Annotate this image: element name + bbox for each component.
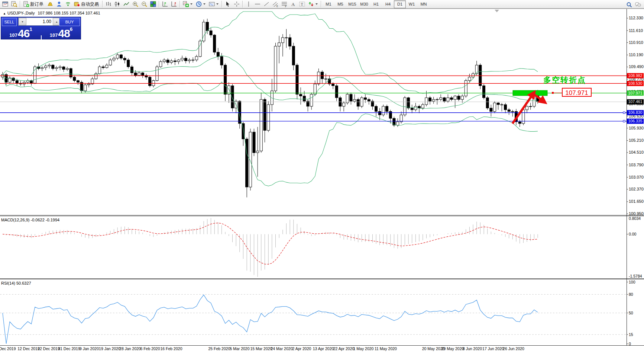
volume-input[interactable] [26,18,53,25]
sell-price-button[interactable]: 107 46 1 [1,26,41,39]
svg-text:106.830: 106.830 [628,110,643,115]
svg-text:110.190: 110.190 [629,52,643,57]
svg-text:103.070: 103.070 [629,175,644,179]
date-label: 31 Dec 2019 [58,346,80,351]
candlestick-chart-button[interactable] [113,0,122,9]
text-label-button[interactable]: T [298,0,307,9]
timeframe-M5[interactable]: M5 [334,0,346,8]
crosshair-button[interactable] [232,0,241,9]
svg-text:E: E [276,5,278,7]
community-icon [56,1,62,7]
date-label: 5 Mar 2020 [230,346,249,351]
new-order-button[interactable]: 新订单 [22,0,46,9]
timeframe-M30[interactable]: M30 [358,0,370,8]
toolbar-separator [159,1,159,7]
price-chart[interactable]: MACD(12,26,9) -0.0622 -0.1994RSI(14) 50.… [0,9,644,352]
date-label: 28 Jan 2020 [119,346,141,351]
periods-button[interactable] [194,0,207,9]
equidistant-channel-button[interactable]: E [271,0,280,9]
resistance-zone-box [513,90,547,96]
svg-text:111.610: 111.610 [629,28,643,33]
svg-text:A: A [291,1,295,7]
timeframe-H1[interactable]: H1 [370,0,382,8]
svg-text:0.8034: 0.8034 [629,216,641,221]
signals-button[interactable] [64,0,72,9]
svg-text:108.530: 108.530 [628,81,643,86]
buy-price-button[interactable]: 107 48 6 [42,26,81,39]
zoom-out-icon [141,1,148,7]
horizontal-level-lines[interactable] [0,76,627,122]
cursor-button[interactable] [223,0,232,9]
periods-icon [195,1,202,7]
svg-text:F: F [285,5,287,8]
line-handle [623,112,625,113]
text-button[interactable]: A [289,0,298,9]
date-label: 12 Dec 2019 [17,346,40,351]
sell-button[interactable]: SELL [2,18,17,26]
volume-down-button[interactable]: ▼ [19,18,26,25]
time-axis[interactable]: Dec 201912 Dec 201922 Dec 201931 Dec 201… [0,346,524,351]
chart-symbol-period: USDJPY-,Daily [7,11,35,15]
indicators-button[interactable] [181,0,194,9]
toolbar-group-1: 新订单自动交易 [22,0,101,9]
zoom-out-button[interactable] [140,0,149,9]
market-button[interactable] [46,0,55,9]
chevron-down-icon[interactable] [203,3,206,5]
timeframe-W1[interactable]: W1 [406,0,418,8]
vline-icon [245,1,252,7]
autotrading-button[interactable]: 自动交易 [72,0,101,9]
price-callout-label[interactable]: 107.971 [562,88,592,97]
toolbar-group-4 [181,0,220,9]
vertical-line-button[interactable] [244,0,253,9]
tile-windows-button[interactable] [149,0,158,9]
templates-icon [208,1,215,7]
price-axis[interactable]: 112.330111.610110.910110.190109.490108.7… [627,16,644,346]
new-order-button-label: 新订单 [30,1,43,7]
line-chart-button[interactable] [122,0,131,9]
buy-button[interactable]: BUY [59,18,80,26]
bar-chart-button[interactable] [104,0,113,9]
timeframe-M15[interactable]: M15 [346,0,358,8]
label-anchor-handle [552,92,554,94]
candlesticks [1,19,539,197]
templates-button[interactable] [207,0,220,9]
svg-text:0: 0 [629,342,631,346]
timeframe-MN[interactable]: MN [418,0,430,8]
date-label: 13 Apr 2020 [313,346,334,351]
chevron-down-icon[interactable] [315,3,318,5]
macd-pane: MACD(12,26,9) -0.0622 -0.1994 [1,218,538,277]
community-button[interactable] [55,0,64,9]
horizontal-line-button[interactable] [253,0,262,9]
chat-button[interactable] [634,0,643,9]
auto-scroll-button[interactable] [169,0,178,9]
chevron-down-icon[interactable] [190,3,192,5]
turning-point-annotation[interactable]: 多空转折点 [543,75,586,85]
profiles-button[interactable] [10,0,19,9]
zoom-in-button[interactable] [131,0,140,9]
timeframe-M1[interactable]: M1 [323,0,334,8]
line-chart-icon [123,1,130,7]
chevron-down-icon[interactable] [216,3,219,5]
timeframe-D1[interactable]: D1 [394,0,406,8]
arrows-button[interactable] [307,0,320,9]
charts-button[interactable] [1,0,10,9]
candles-chart-icon [114,1,121,7]
chart-area[interactable]: MACD(12,26,9) -0.0622 -0.1994RSI(14) 50.… [0,9,644,352]
signal-icon [65,1,71,7]
autotrading-icon [74,1,80,7]
date-label: 17 Jun 2020 [482,346,504,351]
search-button[interactable] [625,0,634,9]
toolbar: 新订单自动交易EFATM1M5M15M30H1H4D1W1MN [0,0,644,9]
zoom-in-icon [132,1,139,7]
collapse-triangle-icon[interactable]: ▲ [3,12,6,15]
svg-text:15: 15 [629,332,633,337]
timeframe-H4[interactable]: H4 [382,0,394,8]
toolbar-group-6: EFAT [244,0,320,9]
date-label: 22 Dec 2019 [38,346,60,351]
rsi-label: RSI(14) 50.6327 [1,281,31,285]
fibonacci-button[interactable]: F [280,0,289,9]
trendline-button[interactable] [262,0,271,9]
chart-shift-button[interactable] [161,0,169,9]
scroll-marker-icon [495,10,499,12]
svg-text:100.950: 100.950 [629,211,644,216]
